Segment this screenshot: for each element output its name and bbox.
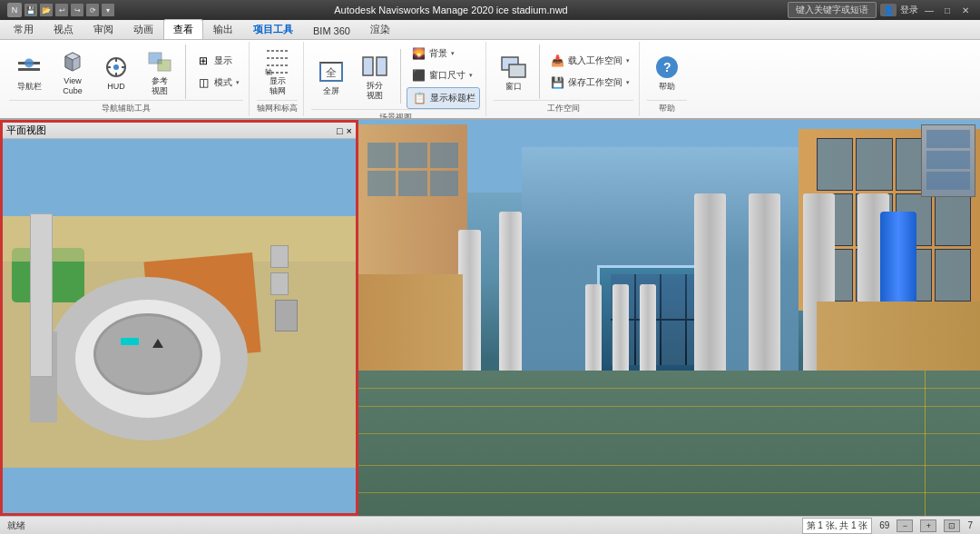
- help-icon: ?: [652, 53, 681, 82]
- plan-view-panel: 平面视图 □ ×: [0, 120, 358, 516]
- map-stadium-track: [93, 313, 202, 395]
- show-toolbar-icon: 📋: [411, 90, 427, 106]
- workspace-label: 工作空间: [494, 100, 633, 114]
- svg-text:全: 全: [326, 66, 337, 79]
- app-icon: N: [7, 3, 22, 17]
- scene-right-window-2: [856, 138, 892, 191]
- window-label: 窗口: [505, 82, 522, 92]
- login-label[interactable]: 登录: [900, 4, 918, 16]
- plan-view-close-button[interactable]: ×: [347, 125, 352, 136]
- scene-right-column-1: [694, 193, 726, 375]
- fullscreen-button[interactable]: 全 全屏: [311, 55, 351, 98]
- axis-view-label: 显示轴网: [270, 76, 286, 96]
- save-workspace-dropdown-arrow: ▾: [626, 79, 630, 86]
- qa-save[interactable]: 💾: [24, 4, 37, 16]
- search-box[interactable]: 键入关键字或短语: [788, 2, 877, 18]
- close-button[interactable]: ✕: [958, 4, 973, 16]
- main-content: 平面视图 □ ×: [0, 120, 980, 516]
- scene-left-window-1: [368, 143, 396, 168]
- status-zoom-in-button[interactable]: +: [920, 519, 936, 532]
- tab-project-tools[interactable]: 项目工具: [243, 19, 303, 39]
- qa-redo[interactable]: ↪: [71, 4, 83, 16]
- minimize-button[interactable]: —: [922, 4, 936, 16]
- scene-left-window-4: [368, 171, 396, 196]
- save-workspace-btn[interactable]: 💾 保存工作空间 ▾: [545, 73, 633, 93]
- svg-rect-21: [363, 57, 373, 75]
- tab-review[interactable]: 审阅: [83, 19, 123, 39]
- floor-line-4: [358, 465, 980, 466]
- floor-line-v: [925, 371, 926, 516]
- tab-output[interactable]: 输出: [203, 19, 243, 39]
- tab-viewpoint[interactable]: 视点: [44, 19, 83, 39]
- qa-sync[interactable]: ⟳: [86, 4, 99, 16]
- maximize-button[interactable]: □: [940, 4, 955, 16]
- user-icon[interactable]: 👤: [880, 4, 897, 16]
- floor-line-2: [358, 406, 980, 407]
- status-zoom-out-button[interactable]: −: [897, 519, 913, 532]
- load-workspace-btn[interactable]: 📥 载入工作空间 ▾: [545, 51, 633, 71]
- axis-view-icon: 轴: [263, 47, 292, 76]
- tab-animation[interactable]: 动画: [123, 19, 163, 39]
- grid-label: 轴网和标高: [257, 100, 298, 114]
- map-cursor: [152, 339, 163, 348]
- scene-right-window-8: [935, 193, 971, 246]
- load-workspace-icon: 📥: [549, 53, 565, 69]
- display-icon: ⊞: [195, 53, 211, 69]
- view-cube-label: ViewCube: [63, 76, 83, 96]
- sep-2: [400, 49, 401, 104]
- plan-view-header: 平面视图 □ ×: [3, 123, 356, 139]
- tab-bim360[interactable]: BIM 360: [303, 22, 360, 39]
- split-view-button[interactable]: 拆分视图: [355, 50, 395, 103]
- fullscreen-label: 全屏: [323, 86, 339, 96]
- scene-left-building: [358, 124, 467, 279]
- view-3d-panel[interactable]: Γ: [358, 120, 980, 516]
- sur-window-1: [926, 130, 970, 148]
- display-btn[interactable]: ⊞ 显示: [191, 51, 243, 71]
- status-coord-y: 7: [967, 520, 973, 530]
- ribbon-tabs: 常用 视点 审阅 动画 查看 输出 项目工具 BIM 360 渲染: [0, 20, 980, 40]
- floor-line-3: [358, 433, 980, 434]
- show-toolbar-btn[interactable]: 📋 显示标题栏: [407, 87, 480, 109]
- status-coord-label: 69: [879, 520, 889, 530]
- status-right: 第 1 张, 共 1 张 69 − + ⊡ 7: [802, 518, 973, 534]
- view-cube-icon: [58, 47, 87, 76]
- save-workspace-label: 保存工作空间: [568, 76, 622, 89]
- plan-view-float-button[interactable]: □: [337, 125, 343, 136]
- ref-view-icon: [145, 47, 174, 76]
- load-workspace-label: 载入工作空间: [568, 54, 622, 67]
- scene-column-2: [499, 212, 522, 375]
- tab-view[interactable]: 查看: [163, 19, 203, 39]
- svg-point-1: [24, 58, 34, 67]
- load-workspace-dropdown-arrow: ▾: [626, 57, 630, 64]
- ref-view-button[interactable]: 参考视图: [140, 45, 180, 98]
- map-left-strip: [30, 213, 53, 377]
- qa-extra[interactable]: ▾: [102, 4, 114, 16]
- scene-view-content: 全 全屏 拆分视图 🌄 背景: [311, 44, 480, 109]
- ribbon-group-workspace: 窗口 📥 载入工作空间 ▾ 💾 保存工作空间 ▾ 工作空间: [488, 42, 640, 116]
- tab-common[interactable]: 常用: [4, 19, 44, 39]
- axis-view-button[interactable]: 轴 显示轴网: [258, 45, 298, 98]
- help-content: ? 帮助: [647, 44, 687, 100]
- map-cyan-spot: [121, 338, 139, 345]
- qa-open[interactable]: 📂: [40, 4, 53, 16]
- mode-btn[interactable]: ◫ 模式 ▾: [191, 73, 243, 93]
- hud-label: HUD: [107, 82, 125, 92]
- floor-line-1: [358, 388, 980, 389]
- help-button[interactable]: ? 帮助: [647, 51, 687, 94]
- background-btn[interactable]: 🌄 背景 ▾: [407, 44, 480, 64]
- tab-render[interactable]: 渲染: [360, 19, 400, 39]
- map-small-block-2: [270, 272, 289, 295]
- window-size-btn[interactable]: ⬛ 窗口尺寸 ▾: [407, 65, 480, 85]
- plan-view-title: 平面视图: [6, 124, 46, 137]
- window-button[interactable]: 窗口: [494, 51, 534, 94]
- split-view-icon: [360, 52, 389, 81]
- status-page-info: 第 1 张, 共 1 张: [802, 518, 873, 534]
- plan-view-content[interactable]: [3, 139, 356, 513]
- background-dropdown-arrow: ▾: [451, 50, 455, 57]
- qa-undo[interactable]: ↩: [55, 4, 68, 16]
- nav-bar-label: 导航栏: [17, 82, 42, 92]
- status-fit-button[interactable]: ⊡: [944, 519, 960, 532]
- view-cube-button[interactable]: ViewCube: [53, 45, 93, 98]
- hud-button[interactable]: HUD: [96, 51, 136, 94]
- nav-bar-button[interactable]: 导航栏: [9, 51, 49, 94]
